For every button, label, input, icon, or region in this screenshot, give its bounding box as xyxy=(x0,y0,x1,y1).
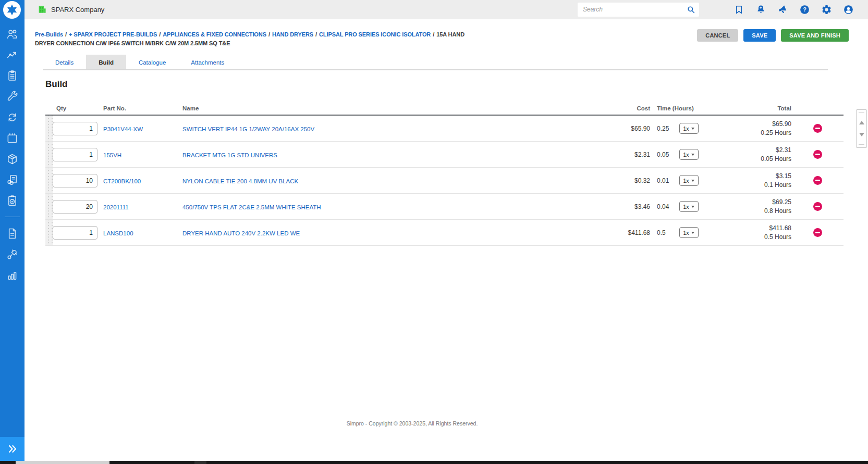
qty-input[interactable] xyxy=(53,226,97,240)
company-name: SPARX Company xyxy=(51,6,104,14)
remove-cell xyxy=(791,176,843,185)
sidebar-item-utilities[interactable] xyxy=(0,244,25,265)
remove-row-button[interactable] xyxy=(813,150,822,159)
people-icon xyxy=(6,28,19,41)
drag-handle[interactable] xyxy=(45,220,53,245)
notifications-button[interactable] xyxy=(754,3,767,16)
total-cost-value: $69.25 xyxy=(700,198,791,207)
rate-cell: 1x xyxy=(677,201,700,212)
qty-input[interactable] xyxy=(53,200,97,214)
schedule-icon xyxy=(6,132,19,145)
drag-handle[interactable] xyxy=(45,116,53,141)
total-cost-value: $2.31 xyxy=(700,146,791,155)
part-no-cell: CT200BK/100 xyxy=(103,176,182,185)
jobs-icon xyxy=(6,69,19,82)
sidebar-item-inventory[interactable] xyxy=(0,148,25,169)
sidebar-item-people[interactable] xyxy=(0,23,25,44)
help-button[interactable]: ? xyxy=(798,3,811,16)
simpro-logo[interactable] xyxy=(3,1,21,19)
sidebar-item-schedule[interactable] xyxy=(0,128,25,148)
column-header-cost: Cost xyxy=(598,105,650,111)
item-name-link[interactable]: 450/750V TPS FLAT 2C&E 2.5MM WHITE SHEAT… xyxy=(182,204,321,210)
expand-sidebar-button[interactable] xyxy=(0,437,25,461)
part-no-link[interactable]: P3041V44-XW xyxy=(103,126,143,132)
remove-row-button[interactable] xyxy=(813,176,822,185)
total-cell: $2.310.05 Hours xyxy=(700,146,791,164)
total-cell: $65.900.25 Hours xyxy=(700,120,791,137)
qty-cell xyxy=(53,174,103,187)
cancel-button[interactable]: CANCEL xyxy=(697,29,738,42)
sidebar-item-recurring[interactable] xyxy=(0,107,25,128)
drag-handle[interactable] xyxy=(45,194,53,219)
sidebar-item-service[interactable] xyxy=(0,86,25,107)
top-bar: SPARX Company ? xyxy=(25,0,868,19)
bookmark-button[interactable] xyxy=(732,3,745,16)
total-hours-value: 0.1 Hours xyxy=(700,181,791,190)
qty-input[interactable] xyxy=(53,122,97,135)
announcements-icon xyxy=(777,4,788,15)
qty-input[interactable] xyxy=(53,148,97,161)
sidebar-item-reports[interactable] xyxy=(0,265,25,285)
sidebar-item-invoices[interactable] xyxy=(0,169,25,190)
rate-multiplier-dropdown[interactable]: 1x xyxy=(679,201,699,212)
total-hours-value: 0.5 Hours xyxy=(700,233,791,242)
tab-attachments[interactable]: Attachments xyxy=(178,55,237,69)
remove-row-button[interactable] xyxy=(813,124,822,133)
remove-cell xyxy=(791,124,843,133)
remove-row-button[interactable] xyxy=(813,202,822,211)
item-name-link[interactable]: BRACKET MTG 1G STD UNIVERS xyxy=(182,152,277,158)
account-button[interactable] xyxy=(842,3,854,16)
sidebar-item-documents[interactable] xyxy=(0,223,25,244)
breadcrumb-link[interactable]: HAND DRYERS xyxy=(272,31,313,37)
announcements-button[interactable] xyxy=(776,3,789,16)
drag-handle[interactable] xyxy=(45,168,53,193)
save-and-finish-button[interactable]: SAVE AND FINISH xyxy=(781,29,849,42)
part-no-link[interactable]: CT200BK/100 xyxy=(103,178,141,184)
save-button[interactable]: SAVE xyxy=(743,29,776,42)
item-name-link[interactable]: NYLON CABLE TIE 200 4.8MM UV BLACK xyxy=(182,178,298,184)
item-name-link[interactable]: SWITCH VERT IP44 1G 1/2WAY 20A/16AX 250V xyxy=(182,126,314,132)
item-name-cell: BRACKET MTG 1G STD UNIVERS xyxy=(182,150,598,159)
utilities-icon xyxy=(6,248,19,261)
scroll-bottom-dash xyxy=(859,144,864,145)
part-no-link[interactable]: 155VH xyxy=(103,152,121,158)
rate-multiplier-dropdown[interactable]: 1x xyxy=(679,149,699,160)
part-no-link[interactable]: 20201111 xyxy=(103,204,129,210)
page-title: Build xyxy=(45,79,68,90)
action-buttons: CANCEL SAVE SAVE AND FINISH xyxy=(697,29,849,42)
rate-cell: 1x xyxy=(677,123,700,134)
tab-catalogue[interactable]: Catalogue xyxy=(126,55,178,69)
breadcrumb-link[interactable]: Pre-Builds xyxy=(35,31,63,37)
rate-multiplier-dropdown[interactable]: 1x xyxy=(679,123,699,134)
qty-input[interactable] xyxy=(53,174,97,187)
breadcrumb-link[interactable]: CLIPSAL PRO SERIES ICONIC ISOLATOR xyxy=(319,31,431,37)
service-icon xyxy=(6,90,19,103)
scroll-up-button[interactable] xyxy=(859,121,864,124)
item-name-link[interactable]: DRYER HAND AUTO 240V 2.2KW LED WE xyxy=(182,230,300,236)
breadcrumb-link[interactable]: APPLIANCES & FIXED CONNECTIONS xyxy=(163,31,266,37)
rate-multiplier-value: 1x xyxy=(683,230,689,236)
breadcrumb-separator: / xyxy=(159,31,161,37)
horizontal-scrollbar-segment xyxy=(194,461,206,464)
settings-button[interactable] xyxy=(820,3,833,16)
sidebar-item-sales[interactable] xyxy=(0,44,25,65)
dropdown-arrow-icon xyxy=(691,180,694,182)
breadcrumb-separator: / xyxy=(268,31,270,37)
breadcrumb-link[interactable]: + SPARX PROJECT PRE-BUILDS xyxy=(69,31,157,37)
remove-cell xyxy=(791,150,843,159)
rate-multiplier-dropdown[interactable]: 1x xyxy=(679,227,699,238)
tab-build[interactable]: Build xyxy=(86,55,126,69)
drag-handle[interactable] xyxy=(45,142,53,167)
sidebar-item-jobs[interactable] xyxy=(0,65,25,86)
total-cell: $3.150.1 Hours xyxy=(700,172,791,190)
scroll-down-button[interactable] xyxy=(859,133,864,136)
sidebar-item-tasks[interactable] xyxy=(0,190,25,211)
horizontal-scrollbar-thumb[interactable] xyxy=(16,461,109,464)
rate-multiplier-dropdown[interactable]: 1x xyxy=(679,175,699,186)
tab-details[interactable]: Details xyxy=(43,55,86,69)
settings-icon xyxy=(821,4,832,15)
part-no-link[interactable]: LANSD100 xyxy=(103,230,133,236)
remove-cell xyxy=(791,202,843,211)
remove-row-button[interactable] xyxy=(813,228,822,237)
search-input[interactable] xyxy=(578,3,699,17)
